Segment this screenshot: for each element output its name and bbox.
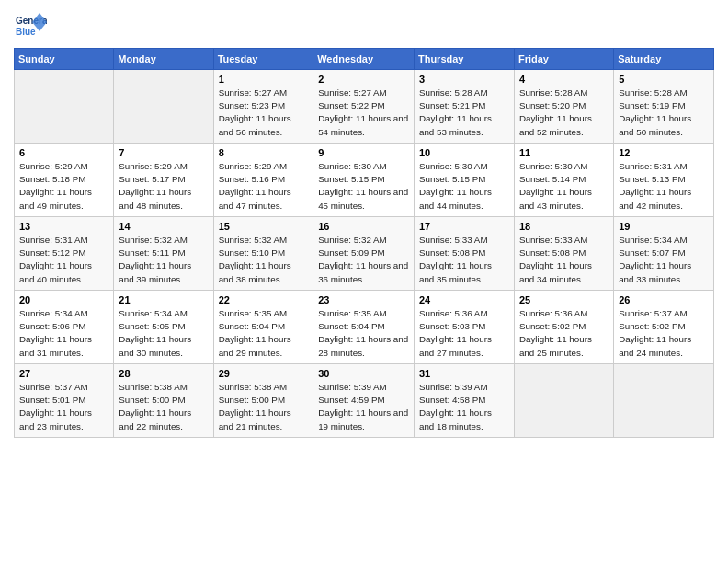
day-info: Sunrise: 5:30 AM Sunset: 5:15 PM Dayligh… [318, 160, 409, 213]
calendar-cell: 23Sunrise: 5:35 AM Sunset: 5:04 PM Dayli… [313, 291, 415, 364]
day-info: Sunrise: 5:36 AM Sunset: 5:03 PM Dayligh… [419, 307, 509, 360]
calendar-cell: 6Sunrise: 5:29 AM Sunset: 5:18 PM Daylig… [15, 144, 114, 217]
day-info: Sunrise: 5:32 AM Sunset: 5:11 PM Dayligh… [119, 234, 208, 286]
day-info: Sunrise: 5:35 AM Sunset: 5:04 PM Dayligh… [219, 307, 309, 360]
calendar-cell: 8Sunrise: 5:29 AM Sunset: 5:16 PM Daylig… [213, 144, 313, 217]
logo-svg: General Blue [14, 9, 47, 42]
weekday-header-sunday: Sunday [15, 49, 114, 70]
day-number: 2 [318, 74, 409, 85]
day-info: Sunrise: 5:29 AM Sunset: 5:16 PM Dayligh… [219, 160, 309, 213]
day-number: 27 [19, 368, 108, 379]
calendar-cell: 29Sunrise: 5:38 AM Sunset: 5:00 PM Dayli… [213, 364, 313, 438]
calendar-cell: 26Sunrise: 5:37 AM Sunset: 5:02 PM Dayli… [614, 291, 714, 364]
day-info: Sunrise: 5:39 AM Sunset: 4:59 PM Dayligh… [318, 381, 409, 433]
day-number: 11 [519, 147, 609, 158]
day-number: 26 [619, 294, 709, 305]
day-number: 10 [419, 147, 509, 158]
calendar-cell: 22Sunrise: 5:35 AM Sunset: 5:04 PM Dayli… [213, 291, 313, 364]
day-info: Sunrise: 5:34 AM Sunset: 5:07 PM Dayligh… [619, 234, 709, 286]
calendar-week-row: 27Sunrise: 5:37 AM Sunset: 5:01 PM Dayli… [15, 364, 714, 438]
day-number: 21 [119, 294, 208, 305]
calendar-cell: 1Sunrise: 5:27 AM Sunset: 5:23 PM Daylig… [213, 70, 313, 144]
calendar-cell: 30Sunrise: 5:39 AM Sunset: 4:59 PM Dayli… [313, 364, 415, 438]
day-info: Sunrise: 5:30 AM Sunset: 5:14 PM Dayligh… [519, 160, 609, 213]
calendar-cell: 20Sunrise: 5:34 AM Sunset: 5:06 PM Dayli… [15, 291, 114, 364]
day-number: 15 [219, 221, 309, 232]
day-number: 8 [219, 147, 309, 158]
header: General Blue [14, 9, 714, 42]
calendar-cell [514, 364, 613, 438]
calendar-table: SundayMondayTuesdayWednesdayThursdayFrid… [14, 48, 714, 438]
day-info: Sunrise: 5:27 AM Sunset: 5:22 PM Dayligh… [318, 86, 409, 139]
day-info: Sunrise: 5:27 AM Sunset: 5:23 PM Dayligh… [219, 86, 309, 139]
calendar-cell: 15Sunrise: 5:32 AM Sunset: 5:10 PM Dayli… [213, 217, 313, 291]
day-info: Sunrise: 5:35 AM Sunset: 5:04 PM Dayligh… [318, 307, 409, 360]
day-number: 16 [318, 221, 409, 232]
day-number: 22 [219, 294, 309, 305]
calendar-cell: 28Sunrise: 5:38 AM Sunset: 5:00 PM Dayli… [114, 364, 213, 438]
calendar-cell: 19Sunrise: 5:34 AM Sunset: 5:07 PM Dayli… [614, 217, 714, 291]
weekday-header-friday: Friday [514, 49, 613, 70]
day-info: Sunrise: 5:38 AM Sunset: 5:00 PM Dayligh… [219, 381, 309, 433]
calendar-cell: 31Sunrise: 5:39 AM Sunset: 4:58 PM Dayli… [414, 364, 514, 438]
weekday-header-saturday: Saturday [614, 49, 714, 70]
calendar-cell: 2Sunrise: 5:27 AM Sunset: 5:22 PM Daylig… [313, 70, 415, 144]
calendar-cell: 3Sunrise: 5:28 AM Sunset: 5:21 PM Daylig… [414, 70, 514, 144]
day-info: Sunrise: 5:31 AM Sunset: 5:12 PM Dayligh… [19, 234, 108, 286]
weekday-header-thursday: Thursday [414, 49, 514, 70]
calendar-cell: 13Sunrise: 5:31 AM Sunset: 5:12 PM Dayli… [15, 217, 114, 291]
calendar-week-row: 1Sunrise: 5:27 AM Sunset: 5:23 PM Daylig… [15, 70, 714, 144]
calendar-cell: 5Sunrise: 5:28 AM Sunset: 5:19 PM Daylig… [614, 70, 714, 144]
calendar-week-row: 6Sunrise: 5:29 AM Sunset: 5:18 PM Daylig… [15, 144, 714, 217]
day-info: Sunrise: 5:30 AM Sunset: 5:15 PM Dayligh… [419, 160, 509, 213]
day-info: Sunrise: 5:33 AM Sunset: 5:08 PM Dayligh… [419, 234, 509, 286]
svg-text:Blue: Blue [16, 27, 36, 37]
day-number: 18 [519, 221, 609, 232]
calendar-cell: 12Sunrise: 5:31 AM Sunset: 5:13 PM Dayli… [614, 144, 714, 217]
day-number: 13 [19, 221, 108, 232]
day-number: 9 [318, 147, 409, 158]
day-number: 30 [318, 368, 409, 379]
day-info: Sunrise: 5:36 AM Sunset: 5:02 PM Dayligh… [519, 307, 609, 360]
calendar-cell: 27Sunrise: 5:37 AM Sunset: 5:01 PM Dayli… [15, 364, 114, 438]
calendar-cell: 9Sunrise: 5:30 AM Sunset: 5:15 PM Daylig… [313, 144, 415, 217]
calendar-cell [614, 364, 714, 438]
calendar-cell: 17Sunrise: 5:33 AM Sunset: 5:08 PM Dayli… [414, 217, 514, 291]
day-number: 3 [419, 74, 509, 85]
calendar-cell: 10Sunrise: 5:30 AM Sunset: 5:15 PM Dayli… [414, 144, 514, 217]
logo: General Blue [14, 9, 47, 42]
day-info: Sunrise: 5:28 AM Sunset: 5:20 PM Dayligh… [519, 86, 609, 139]
weekday-header-tuesday: Tuesday [213, 49, 313, 70]
calendar-cell: 18Sunrise: 5:33 AM Sunset: 5:08 PM Dayli… [514, 217, 613, 291]
calendar-cell: 16Sunrise: 5:32 AM Sunset: 5:09 PM Dayli… [313, 217, 415, 291]
day-number: 5 [619, 74, 709, 85]
calendar-cell: 7Sunrise: 5:29 AM Sunset: 5:17 PM Daylig… [114, 144, 213, 217]
day-info: Sunrise: 5:31 AM Sunset: 5:13 PM Dayligh… [619, 160, 709, 213]
day-number: 12 [619, 147, 709, 158]
day-info: Sunrise: 5:38 AM Sunset: 5:00 PM Dayligh… [119, 381, 208, 433]
calendar-cell: 21Sunrise: 5:34 AM Sunset: 5:05 PM Dayli… [114, 291, 213, 364]
day-number: 7 [119, 147, 208, 158]
day-number: 24 [419, 294, 509, 305]
day-info: Sunrise: 5:28 AM Sunset: 5:19 PM Dayligh… [619, 86, 709, 139]
day-info: Sunrise: 5:37 AM Sunset: 5:01 PM Dayligh… [19, 381, 108, 433]
day-info: Sunrise: 5:33 AM Sunset: 5:08 PM Dayligh… [519, 234, 609, 286]
day-info: Sunrise: 5:39 AM Sunset: 4:58 PM Dayligh… [419, 381, 509, 433]
day-number: 6 [19, 147, 108, 158]
day-info: Sunrise: 5:34 AM Sunset: 5:05 PM Dayligh… [119, 307, 208, 360]
calendar-cell: 4Sunrise: 5:28 AM Sunset: 5:20 PM Daylig… [514, 70, 613, 144]
calendar-cell: 25Sunrise: 5:36 AM Sunset: 5:02 PM Dayli… [514, 291, 613, 364]
calendar-cell [114, 70, 213, 144]
day-number: 19 [619, 221, 709, 232]
day-number: 23 [318, 294, 409, 305]
calendar-cell: 24Sunrise: 5:36 AM Sunset: 5:03 PM Dayli… [414, 291, 514, 364]
day-number: 29 [219, 368, 309, 379]
day-number: 28 [119, 368, 208, 379]
calendar-week-row: 13Sunrise: 5:31 AM Sunset: 5:12 PM Dayli… [15, 217, 714, 291]
day-number: 1 [219, 74, 309, 85]
weekday-header-monday: Monday [114, 49, 213, 70]
calendar-cell [15, 70, 114, 144]
day-number: 4 [519, 74, 609, 85]
day-number: 14 [119, 221, 208, 232]
day-number: 31 [419, 368, 509, 379]
